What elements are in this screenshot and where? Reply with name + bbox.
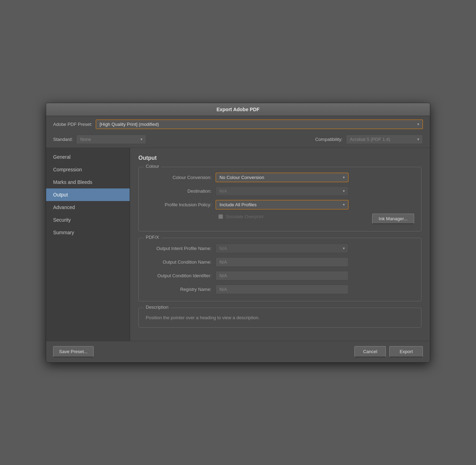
output-intent-label: Output Intent Profile Name: bbox=[146, 246, 216, 251]
preset-select[interactable]: [High Quality Print] (modified) bbox=[96, 120, 423, 129]
standard-label: Standard: bbox=[53, 137, 73, 142]
destination-select: N/A bbox=[216, 186, 348, 196]
colour-panel: Colour Colour Conversion: No Colour Conv… bbox=[138, 167, 421, 231]
output-intent-wrapper: N/A bbox=[216, 244, 348, 253]
output-condition-name-label: Output Condition Name: bbox=[146, 259, 216, 265]
export-pdf-dialog: Export Adobe PDF Adobe PDF Preset: [High… bbox=[46, 103, 430, 363]
sidebar-item-advanced[interactable]: Advanced bbox=[46, 201, 130, 214]
output-condition-id-label: Output Condition Identifier: bbox=[146, 273, 216, 278]
registry-name-label: Registry Name: bbox=[146, 287, 216, 292]
sidebar-item-compression[interactable]: Compression bbox=[46, 163, 130, 176]
title-bar: Export Adobe PDF bbox=[46, 103, 430, 116]
main-content: Output Colour Colour Conversion: No Colo… bbox=[130, 148, 430, 341]
ink-manager-button[interactable]: Ink Manager... bbox=[372, 214, 414, 224]
sidebar-item-output[interactable]: Output bbox=[46, 188, 130, 201]
compatibility-select[interactable]: Acrobat 5 (PDF 1.4) bbox=[346, 135, 423, 144]
pdfx-panel: PDF/X Output Intent Profile Name: N/A O bbox=[138, 238, 421, 301]
output-intent-select: N/A bbox=[216, 244, 348, 253]
output-condition-name-wrapper bbox=[216, 257, 348, 267]
simulate-overprint-row: Simulate Overprint bbox=[146, 214, 372, 219]
registry-name-row: Registry Name: bbox=[146, 285, 414, 294]
colour-panel-legend: Colour bbox=[144, 164, 161, 169]
top-bar: Adobe PDF Preset: [High Quality Print] (… bbox=[46, 116, 430, 148]
output-intent-row: Output Intent Profile Name: N/A bbox=[146, 244, 414, 253]
destination-wrapper: N/A bbox=[216, 186, 348, 196]
dialog-title: Export Adobe PDF bbox=[216, 107, 259, 112]
sidebar-item-general[interactable]: General bbox=[46, 151, 130, 163]
simulate-overprint-checkbox[interactable] bbox=[218, 214, 223, 219]
colour-conversion-select-wrapper[interactable]: No Colour Conversion bbox=[216, 173, 348, 182]
content-area: General Compression Marks and Bleeds Out… bbox=[46, 148, 430, 341]
export-button[interactable]: Export bbox=[389, 346, 423, 357]
destination-label: Destination: bbox=[146, 188, 216, 194]
output-condition-name-row: Output Condition Name: bbox=[146, 257, 414, 267]
preset-row: Adobe PDF Preset: [High Quality Print] (… bbox=[53, 120, 423, 129]
description-text: Position the pointer over a heading to v… bbox=[146, 315, 414, 320]
profile-inclusion-row: Profile Inclusion Policy: Include All Pr… bbox=[146, 200, 414, 209]
sidebar-item-security[interactable]: Security bbox=[46, 214, 130, 226]
colour-conversion-label: Colour Conversion: bbox=[146, 175, 216, 180]
sidebar-item-marks-and-bleeds[interactable]: Marks and Bleeds bbox=[46, 176, 130, 188]
standard-select[interactable]: None bbox=[76, 135, 146, 144]
output-condition-id-wrapper bbox=[216, 271, 348, 280]
section-title: Output bbox=[138, 155, 421, 161]
simulate-ink-row: Simulate Overprint Ink Manager... bbox=[146, 214, 414, 224]
output-condition-id-input bbox=[216, 271, 348, 280]
sidebar: General Compression Marks and Bleeds Out… bbox=[46, 148, 130, 341]
preset-select-wrapper[interactable]: [High Quality Print] (modified) bbox=[96, 120, 423, 129]
description-panel-legend: Description bbox=[144, 305, 171, 310]
output-condition-name-input bbox=[216, 257, 348, 267]
cancel-button[interactable]: Cancel bbox=[354, 346, 386, 357]
pdfx-panel-legend: PDF/X bbox=[144, 235, 161, 240]
description-panel: Description Position the pointer over a … bbox=[138, 308, 421, 328]
destination-select-wrapper: N/A bbox=[216, 186, 348, 196]
output-condition-id-row: Output Condition Identifier: bbox=[146, 271, 414, 280]
output-intent-select-wrapper: N/A bbox=[216, 244, 348, 253]
colour-conversion-row: Colour Conversion: No Colour Conversion bbox=[146, 173, 414, 182]
simulate-overprint-label: Simulate Overprint bbox=[226, 214, 264, 219]
standard-compat-row: Standard: None Compatibility: Acrobat 5 … bbox=[53, 135, 423, 144]
profile-inclusion-select-wrapper[interactable]: Include All Profiles bbox=[216, 200, 348, 209]
registry-name-wrapper bbox=[216, 285, 348, 294]
registry-name-input bbox=[216, 285, 348, 294]
profile-inclusion-label: Profile Inclusion Policy: bbox=[146, 202, 216, 207]
compatibility-label: Compatibility: bbox=[315, 137, 342, 142]
colour-conversion-wrapper[interactable]: No Colour Conversion bbox=[216, 173, 348, 182]
colour-conversion-select[interactable]: No Colour Conversion bbox=[216, 173, 348, 182]
profile-inclusion-select[interactable]: Include All Profiles bbox=[216, 200, 348, 209]
destination-row: Destination: N/A bbox=[146, 186, 414, 196]
save-preset-button[interactable]: Save Preset... bbox=[53, 346, 94, 357]
sidebar-item-summary[interactable]: Summary bbox=[46, 226, 130, 239]
bottom-buttons: Cancel Export bbox=[354, 346, 423, 357]
bottom-bar: Save Preset... Cancel Export bbox=[46, 341, 430, 362]
compatibility-select-wrapper[interactable]: Acrobat 5 (PDF 1.4) bbox=[346, 135, 423, 144]
profile-inclusion-wrapper[interactable]: Include All Profiles bbox=[216, 200, 348, 209]
standard-select-wrapper[interactable]: None bbox=[76, 135, 146, 144]
preset-label: Adobe PDF Preset: bbox=[53, 122, 92, 127]
